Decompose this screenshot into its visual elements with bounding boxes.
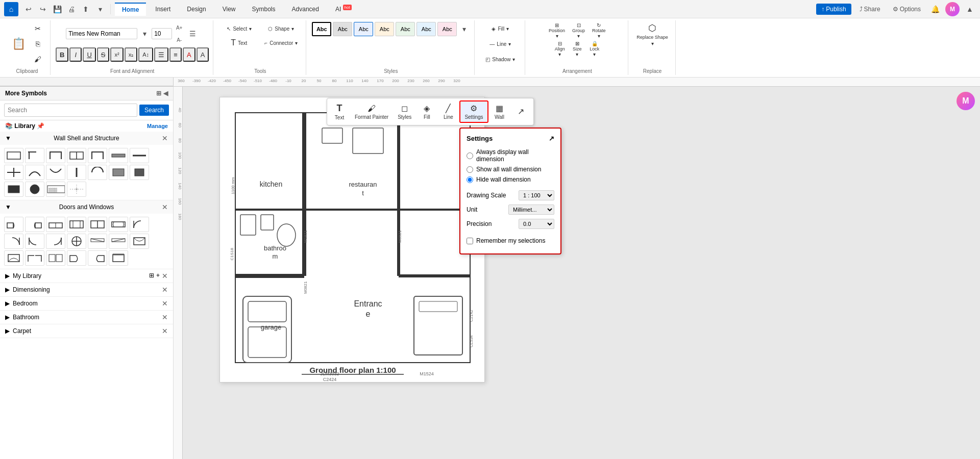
symbol-arc[interactable] [46,165,65,180]
lock-btn[interactable]: 🔒 Lock ▾ [586,40,603,58]
door-row3-1[interactable] [25,250,44,266]
bathroom-section[interactable]: ▶ Bathroom ✕ [0,311,173,324]
group-btn[interactable]: ⊡ Group ▾ [569,21,588,40]
bullet-btn[interactable]: ☰ [154,47,168,62]
circle-cross[interactable] [67,234,86,249]
home-icon[interactable]: ⌂ [4,2,18,16]
symbol-text-block[interactable]: ▒▒▒ [46,182,65,197]
save-btn[interactable]: 💾 [51,3,63,15]
manage-link[interactable]: Manage [147,123,168,129]
symbol-cross[interactable] [4,165,23,180]
wall-section-close[interactable]: ✕ [162,134,168,142]
subscript-btn[interactable]: x₂ [125,47,138,62]
show-all-radio[interactable] [467,166,473,173]
canvas-area[interactable]: 40 60 80 100 120 140 160 180 kitchen res… [174,87,980,459]
symbol-t-shape[interactable] [67,148,86,163]
undo-btn[interactable]: ↩ [22,3,35,15]
symbol-curve[interactable] [25,165,44,180]
paste-btn[interactable]: 📋 [8,36,29,52]
strikethrough-btn[interactable]: S [97,47,110,62]
window-1[interactable] [67,217,86,232]
publish-btn[interactable]: ↑ Publish [816,4,851,15]
carpet-close[interactable]: ✕ [162,327,168,335]
door-row3-3[interactable] [67,250,86,266]
position-btn[interactable]: ⊞ Position ▾ [546,21,568,40]
replace-shape-btn[interactable]: ⬡ Replace Shape ▾ [633,21,671,47]
format-clone-btn[interactable]: 🖌 [30,52,46,66]
door-3[interactable] [46,217,65,232]
style-box-5[interactable]: Abc [396,22,415,36]
size-btn[interactable]: ⊠ Size ▾ [569,40,585,58]
precision-select[interactable]: 0.0 0 0.00 [519,219,554,229]
shadow-btn[interactable]: ◰ Shadow ▾ [480,52,521,66]
ft-settings-btn[interactable]: ⚙ Settings [459,100,488,123]
symbol-hline[interactable] [130,148,149,163]
ft-styles-btn[interactable]: ◻ Styles [394,101,415,122]
door-2[interactable] [25,217,44,232]
ft-expand-btn[interactable]: ↗ [511,105,531,119]
door-row3-2[interactable] [46,250,65,266]
ft-line-btn[interactable]: ╱ Line [438,101,458,122]
symbol-hline-thick[interactable] [109,148,128,163]
shape-btn[interactable]: ⬡ Shape ▾ [261,21,302,36]
share-btn[interactable]: ⤴ Share [855,4,885,14]
my-library-plus-icon[interactable]: + [156,272,160,280]
font-color-btn[interactable]: A [197,47,209,62]
font-size-input-small[interactable]: A↕ [138,47,153,62]
symbol-circle[interactable] [25,182,44,197]
style-box-2[interactable]: Abc [333,22,352,36]
unit-select[interactable]: Millimet... Centimeters Meters [508,205,554,215]
door-arc-2[interactable] [4,234,23,249]
collapse-btn[interactable]: ▲ [964,3,976,15]
tab-advanced[interactable]: Advanced [285,3,326,15]
symbol-filled-rect[interactable] [4,182,23,197]
settings-expand-icon[interactable]: ↗ [549,135,554,142]
tab-symbols[interactable]: Symbols [245,3,283,15]
sliding-door[interactable] [109,217,128,232]
my-library-add-icon[interactable]: ⊞ [149,272,154,280]
door-row3-4[interactable] [88,250,107,266]
door-row2-2[interactable] [109,234,128,249]
symbol-plus-dot[interactable] [67,182,86,197]
tab-design[interactable]: Design [180,3,213,15]
ft-text-btn[interactable]: T Text [329,101,350,122]
symbol-bracket[interactable] [88,148,107,163]
symbol-rect[interactable] [4,148,23,163]
style-box-1[interactable]: Abc [312,22,331,36]
doors-section-header[interactable]: ▼ Doors and Windows ✕ [0,200,173,214]
connector-btn[interactable]: ⌐ Connector ▾ [260,36,302,50]
remember-checkbox[interactable] [467,238,473,244]
style-box-6[interactable]: Abc [416,22,436,36]
font-name-input[interactable] [66,28,137,39]
carpet-section[interactable]: ▶ Carpet ✕ [0,324,173,338]
bathroom-close[interactable]: ✕ [162,313,168,321]
select-btn[interactable]: ↖ Select ▾ [219,21,260,36]
symbol-vline[interactable] [67,165,86,180]
styles-more-btn[interactable]: ▾ [458,23,470,35]
drawing-scale-select[interactable]: 1 : 100 1 : 50 1 : 200 [519,190,554,200]
bold-btn[interactable]: B [56,47,68,62]
style-box-7[interactable]: Abc [437,22,457,36]
panel-expand-btn[interactable]: ⊞ [156,90,161,97]
symbol-u-shape[interactable] [46,148,65,163]
notifications-btn[interactable]: 🔔 [929,3,941,15]
style-box-3[interactable]: Abc [354,22,373,36]
align-btn[interactable]: ☰ [186,28,199,40]
superscript-btn[interactable]: x² [110,47,123,62]
font-name-dropdown[interactable]: ▾ [138,28,151,40]
door-row2-3[interactable] [130,234,149,249]
my-library-close[interactable]: ✕ [162,272,168,280]
symbol-dark-rect[interactable] [109,165,128,180]
ft-wall-btn[interactable]: ▦ Wall [489,101,510,122]
tab-insert[interactable]: Insert [148,3,178,15]
window-2[interactable] [88,217,107,232]
redo-btn[interactable]: ↪ [37,3,49,15]
rotate-btn[interactable]: ↻ Rotate ▾ [589,21,609,40]
italic-btn[interactable]: I [69,47,82,62]
my-library-section[interactable]: ▶ My Library ⊞ + ✕ [0,269,173,283]
doors-section-close[interactable]: ✕ [162,203,168,211]
symbol-halfcircle[interactable] [88,165,107,180]
panel-collapse-btn[interactable]: ◀ [163,90,168,97]
underline-btn[interactable]: U [83,47,95,62]
bedroom-section[interactable]: ▶ Bedroom ✕ [0,297,173,311]
